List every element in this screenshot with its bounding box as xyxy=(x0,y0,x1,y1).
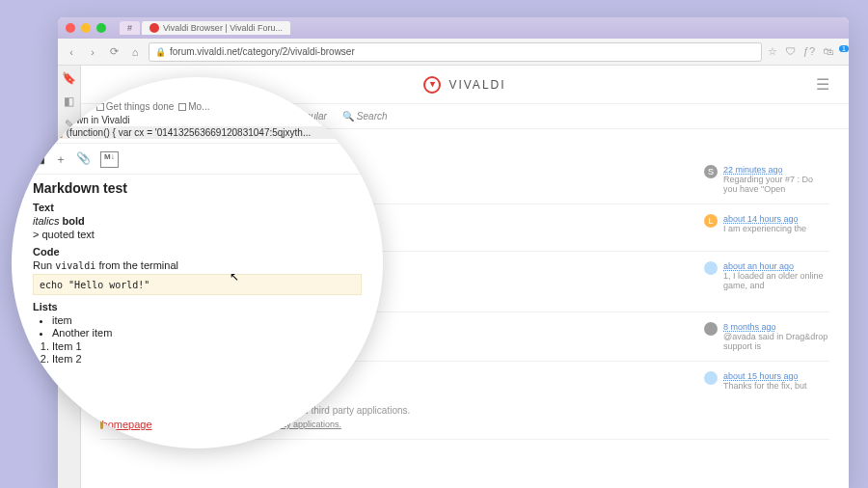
note-preview: Markdown test Text italics bold > quoted… xyxy=(12,175,383,372)
inline-code: vivaldi xyxy=(55,260,95,271)
heading-lists: Lists xyxy=(33,301,362,312)
avatar[interactable] xyxy=(704,261,718,275)
home-button[interactable]: ⌂ xyxy=(127,44,143,60)
forum-meta: L about 14 hours agoI am experiencing th… xyxy=(704,214,829,241)
tab-pinned[interactable]: # xyxy=(120,21,140,35)
minimize-window-icon[interactable] xyxy=(81,23,91,33)
forum-meta: about an hour ago1, I loaded an older on… xyxy=(704,261,829,302)
reload-button[interactable]: ⟳ xyxy=(106,44,122,60)
avatar[interactable] xyxy=(704,322,718,336)
bookmark-icon[interactable]: ☆ xyxy=(768,45,777,58)
lock-icon: 🔒 xyxy=(155,47,166,57)
forward-button[interactable]: › xyxy=(85,44,100,60)
maximize-window-icon[interactable] xyxy=(96,23,106,33)
heading-code: Code xyxy=(33,246,362,258)
quoted-line: > quoted text xyxy=(33,229,362,240)
titlebar: # Vivaldi Browser | Vivaldi Foru... xyxy=(58,17,849,39)
code-block: echo "Hello world!" xyxy=(40,280,149,290)
avatar[interactable]: L xyxy=(704,214,718,228)
address-bar[interactable]: 🔒 forum.vivaldi.net/category/2/vivaldi-b… xyxy=(149,42,762,62)
forum-meta: S 22 minutes agoRegarding your #7 : Do y… xyxy=(704,165,829,194)
vivaldi-logo-icon xyxy=(35,416,52,433)
italics-sample: italics xyxy=(33,215,60,227)
forum-meta: 8 months ago@avada said in Drag&drop sup… xyxy=(704,322,829,351)
tab-active[interactable]: Vivaldi Browser | Vivaldi Foru... xyxy=(142,21,290,35)
nav-toolbar: ‹ › ⟳ ⌂ 🔒 forum.vivaldi.net/category/2/v… xyxy=(58,39,849,66)
cart-icon[interactable]: 🛍1 xyxy=(823,45,843,58)
time-link[interactable]: 22 minutes ago xyxy=(723,165,783,175)
time-link[interactable]: about an hour ago xyxy=(723,261,794,271)
back-button[interactable]: ‹ xyxy=(64,44,79,60)
hash-icon: # xyxy=(127,23,132,33)
camera-icon[interactable]: 📷 xyxy=(31,151,45,168)
heading-text: Text xyxy=(33,202,362,213)
menu-icon[interactable]: ☰ xyxy=(816,75,829,94)
toolbar-right: ☆ 🛡 ƒ? 🛍1 xyxy=(768,45,843,58)
tab-label: Vivaldi Browser | Vivaldi Foru... xyxy=(163,23,283,33)
list-item: item xyxy=(52,314,362,326)
list-item: Item 2 xyxy=(52,353,362,365)
downloads-panel-icon[interactable]: ◧ xyxy=(64,95,74,108)
bookmarks-panel-icon[interactable]: 🔖 xyxy=(62,71,76,85)
nav-search[interactable]: 🔍 Search xyxy=(342,111,388,122)
site-logo-text: VIVALDI xyxy=(448,78,505,92)
tab-strip: # Vivaldi Browser | Vivaldi Foru... xyxy=(120,21,290,35)
ordered-list: Item 1 Item 2 xyxy=(33,340,362,365)
shield-icon[interactable]: 🛡 xyxy=(785,45,796,58)
time-link[interactable]: about 14 hours ago xyxy=(723,214,799,224)
tools-icon[interactable]: ƒ? xyxy=(803,45,815,58)
attach-icon[interactable]: 📎 xyxy=(76,151,91,168)
vivaldi-logo-icon[interactable] xyxy=(423,76,441,94)
list-item: Another item xyxy=(52,327,362,339)
notes-panel-overlay: Notes ...Today Get things done Mo... ..r… xyxy=(12,77,383,448)
add-note-icon[interactable]: ＋ xyxy=(55,151,67,168)
url-text: forum.vivaldi.net/category/2/vivaldi-bro… xyxy=(170,46,355,57)
avatar[interactable] xyxy=(704,371,718,385)
time-link[interactable]: about 15 hours ago xyxy=(723,371,799,381)
note-item-selected[interactable]: 📋 (function() { var cx = '01413256366912… xyxy=(52,126,364,139)
list-item: Item 1 xyxy=(52,340,362,352)
checkbox-icon[interactable] xyxy=(178,103,186,111)
avatar[interactable]: S xyxy=(704,165,718,178)
preview-title: Markdown test xyxy=(33,180,362,196)
forum-meta: about 15 hours agoThanks for the fix, bu… xyxy=(704,371,829,429)
favicon-icon xyxy=(149,23,159,33)
markdown-toggle[interactable]: M↓ xyxy=(100,151,119,168)
unordered-list: item Another item xyxy=(33,314,362,339)
bold-sample: bold xyxy=(63,215,85,227)
time-link[interactable]: 8 months ago xyxy=(723,322,776,332)
notes-toolbar: 📷 ＋ 📎 M↓ xyxy=(12,143,383,175)
badge-count: 1 xyxy=(839,45,849,52)
cursor-icon: ↖ xyxy=(230,270,239,284)
close-window-icon[interactable] xyxy=(66,23,75,33)
